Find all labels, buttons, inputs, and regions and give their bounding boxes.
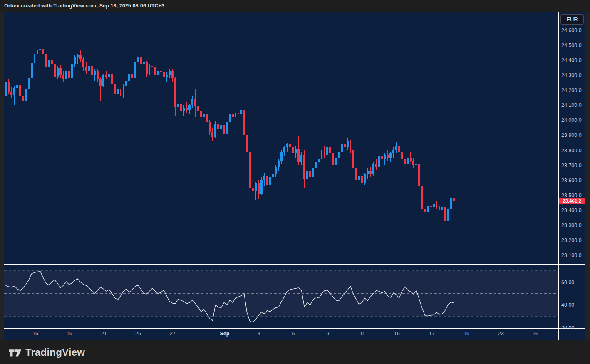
time-tick-label: 5 <box>292 331 295 337</box>
price-tick-label: 23,700.0 <box>561 163 582 168</box>
chart-area[interactable]: 24,600.024,500.024,400.024,300.024,200.0… <box>4 12 584 340</box>
candle-body <box>280 152 283 161</box>
candle-body <box>31 63 33 78</box>
candle-body <box>169 71 171 75</box>
candle-body <box>117 89 119 94</box>
candle-body <box>243 110 245 135</box>
candle-wick <box>166 72 167 82</box>
candle-body <box>272 174 274 177</box>
candle-body <box>177 104 179 107</box>
candle-body <box>194 99 196 106</box>
tradingview-logo[interactable]: TradingView <box>9 346 85 359</box>
candle-body <box>134 62 136 78</box>
candle-wick <box>17 82 17 93</box>
candle-body <box>34 54 36 63</box>
candle-body <box>436 204 438 206</box>
candle-body <box>229 114 231 122</box>
candle-body <box>335 158 337 165</box>
time-tick-label: 17 <box>429 331 435 337</box>
candle-body <box>263 176 265 180</box>
candle-body <box>269 177 271 185</box>
time-tick-label: 27 <box>170 331 176 337</box>
candle-body <box>292 147 294 153</box>
time-tick-label: 19 <box>67 331 72 337</box>
candle-body <box>358 176 360 180</box>
candle-body <box>378 156 380 167</box>
candle-body <box>143 62 145 64</box>
candle-body <box>401 152 403 159</box>
candle-body <box>108 74 110 77</box>
candle-wick <box>23 92 23 112</box>
time-tick-label: 15 <box>394 331 400 337</box>
candle-body <box>240 110 242 114</box>
time-tick-label: 9 <box>327 331 330 337</box>
price-tick-label: 23,800.0 <box>561 148 582 154</box>
candle-body <box>54 64 56 77</box>
price-tick-label: 24,400.0 <box>561 57 582 63</box>
time-tick-label: 25 <box>135 331 141 337</box>
candle-body <box>197 106 199 111</box>
candle-body <box>99 79 102 85</box>
time-tick-label: 11 <box>360 331 365 337</box>
candle-body <box>355 168 357 180</box>
candle-body <box>105 75 107 77</box>
candle-body <box>415 164 417 166</box>
candle-body <box>120 89 122 96</box>
candle-body <box>361 176 363 183</box>
candle-body <box>39 49 41 50</box>
candle-body <box>217 124 219 129</box>
candle-body <box>372 164 374 174</box>
candle-body <box>8 82 10 92</box>
candle-wick <box>204 111 204 123</box>
candle-body <box>220 125 222 129</box>
candle-body <box>315 162 317 168</box>
candle-wick <box>152 60 152 70</box>
candle-body <box>62 75 64 79</box>
candle-body <box>441 207 443 210</box>
candle-wick <box>106 71 107 80</box>
candle-body <box>154 67 156 75</box>
candle-body <box>312 168 314 177</box>
candle-body <box>246 135 248 152</box>
candle-body <box>278 161 280 166</box>
candle-body <box>321 150 323 159</box>
candle-body <box>200 111 202 117</box>
candle-body <box>191 99 193 105</box>
candlestick-chart[interactable]: 24,600.024,500.024,400.024,300.024,200.0… <box>4 12 585 341</box>
price-tick-label: 24,200.0 <box>561 87 582 93</box>
candle-body <box>114 84 116 94</box>
candle-body <box>211 132 213 138</box>
candle-body <box>82 59 84 68</box>
price-tick-label: 23,100.0 <box>561 253 582 258</box>
candle-body <box>146 62 148 74</box>
candle-body <box>45 54 47 68</box>
candle-body <box>157 71 159 75</box>
currency-badge[interactable]: EUR <box>560 14 584 25</box>
attribution-bar: Orbex created with TradingView.com, Sep … <box>0 0 590 12</box>
time-tick-label: 15 <box>32 331 38 337</box>
candle-body <box>303 155 305 179</box>
candle-body <box>326 147 328 155</box>
candle-body <box>252 188 254 191</box>
tradingview-logo-icon <box>9 346 22 359</box>
candle-body <box>238 113 240 114</box>
candle-body <box>28 78 30 89</box>
candle-body <box>91 66 93 75</box>
candle-body <box>223 125 225 134</box>
candle-body <box>289 144 291 147</box>
candle-body <box>128 74 130 81</box>
candle-body <box>214 124 216 138</box>
candle-wick <box>178 101 178 114</box>
pane-separator <box>4 264 585 265</box>
rsi-tick-label: 60.00 <box>561 280 574 285</box>
price-tick-label: 24,500.0 <box>561 42 582 48</box>
candle-wick <box>416 162 416 171</box>
candle-body <box>22 96 24 101</box>
candle-body <box>444 207 446 221</box>
candle-body <box>286 144 288 147</box>
candle-body <box>48 60 50 67</box>
candle-body <box>424 209 426 212</box>
price-tick-label: 23,300.0 <box>561 223 582 228</box>
candle-wick <box>161 63 161 75</box>
candle-body <box>37 50 39 54</box>
